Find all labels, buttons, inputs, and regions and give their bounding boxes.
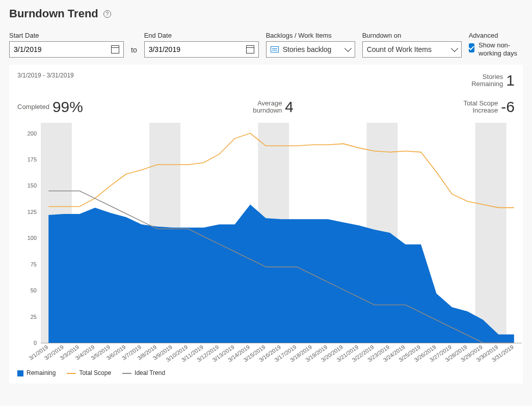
svg-text:175: 175 [28,156,37,163]
calendar-icon[interactable] [111,45,119,53]
page-title: Burndown Trend [9,7,98,20]
calendar-icon[interactable] [246,45,254,53]
backlogs-value: Stories backlog [283,45,332,53]
stories-remaining-metric: StoriesRemaining 1 [471,72,515,89]
svg-text:150: 150 [28,182,37,188]
backlog-icon [271,46,279,52]
advanced-label: Advanced [469,32,523,39]
start-date-label: Start Date [9,32,124,39]
burndown-on-label: Burndown on [362,32,462,39]
help-icon[interactable]: ? [103,10,111,18]
backlogs-select[interactable]: Stories backlog [266,41,355,58]
legend-swatch-totalscope [67,373,76,374]
start-date-field[interactable] [9,41,124,58]
chevron-down-icon [451,45,458,52]
svg-text:0: 0 [34,340,37,346]
total-scope-increase-metric: Total ScopeIncrease -6 [463,98,515,116]
backlogs-label: Backlogs / Work Items [266,32,355,39]
end-date-field[interactable] [144,41,259,58]
svg-text:75: 75 [31,261,37,267]
svg-rect-4 [475,123,507,343]
svg-text:125: 125 [28,209,37,215]
svg-text:50: 50 [31,287,37,293]
show-nonworking-label: Show non-working days [478,41,523,58]
svg-text:25: 25 [31,314,37,320]
completed-metric: Completed 99% [17,98,83,116]
burndown-chart: 02550751001251501752003/1/20193/2/20193/… [17,120,515,364]
burndown-on-select[interactable]: Count of Work Items [362,41,462,58]
burndown-on-value: Count of Work Items [367,45,432,53]
legend-swatch-remaining [17,370,23,376]
legend-swatch-idealtrend [122,373,131,374]
start-date-input[interactable] [14,45,85,53]
chevron-down-icon [344,45,352,52]
end-date-input[interactable] [149,45,220,53]
end-date-label: End Date [144,32,259,39]
chart-legend: Remaining Total Scope Ideal Trend [17,369,515,376]
svg-text:200: 200 [28,130,37,137]
average-burndown-metric: Averageburndown 4 [253,98,294,116]
svg-text:100: 100 [28,235,37,241]
to-label: to [131,46,137,58]
show-nonworking-checkbox[interactable] [469,43,474,52]
